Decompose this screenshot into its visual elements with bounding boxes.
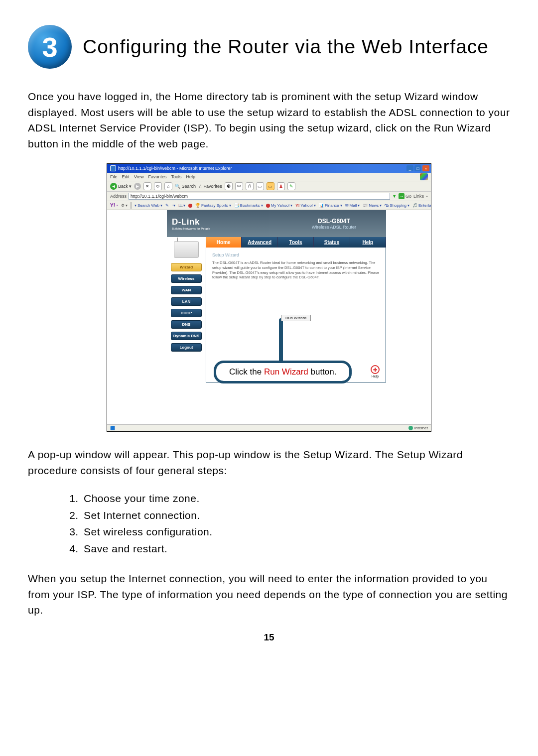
go-button[interactable]: →Go bbox=[399, 193, 411, 199]
ie-menubar: File Edit View Favorites Tools Help bbox=[107, 173, 431, 181]
step-2: Set Internet connection. bbox=[82, 507, 510, 524]
page-number: 15 bbox=[28, 632, 510, 643]
yahoo-toolbar: Y! · ⚙ ▾ ▾ Search Web ▾ ✎ ▫▾ 📖▾ 🏆 Fantas… bbox=[107, 201, 431, 210]
tab-home[interactable]: Home bbox=[206, 237, 242, 248]
router-sidebar: Wizard Wireless WAN LAN DHCP DNS Dynamic… bbox=[167, 237, 206, 382]
search-button[interactable]: 🔍 Search bbox=[175, 184, 196, 189]
run-wizard-button[interactable]: Run Wizard bbox=[281, 315, 311, 321]
address-input[interactable]: http://10.1.1.1/cgi-bin/webcm bbox=[129, 193, 390, 200]
messenger-icon[interactable]: ♟ bbox=[277, 182, 285, 190]
window-title: http://10.1.1.1/cgi-bin/webcm - Microsof… bbox=[118, 166, 232, 171]
step-3: Set wireless configuration. bbox=[82, 523, 510, 540]
tab-tools[interactable]: Tools bbox=[278, 237, 314, 248]
router-header: D-Link Building Networks for People DSL-… bbox=[167, 210, 386, 237]
history-icon[interactable]: ❸ bbox=[225, 182, 233, 190]
yahoo-item-mail[interactable]: ✉ Mail ▾ bbox=[345, 203, 360, 208]
status-left: 🟦 bbox=[110, 426, 115, 430]
ie-address-bar: Address http://10.1.1.1/cgi-bin/webcm ▼ … bbox=[107, 192, 431, 201]
step-number-badge: 3 bbox=[28, 25, 72, 69]
print-icon[interactable]: ⎙ bbox=[246, 182, 254, 190]
menu-help[interactable]: Help bbox=[186, 174, 195, 179]
close-button[interactable]: × bbox=[422, 165, 429, 171]
menu-edit[interactable]: Edit bbox=[122, 174, 130, 179]
device-image-icon bbox=[174, 241, 199, 258]
wizard-description: The DSL-G604T is an ADSL Router ideal fo… bbox=[212, 260, 380, 280]
router-model: DSL-G604T Wireless ADSL Router bbox=[312, 218, 356, 230]
forward-button[interactable]: ► bbox=[134, 183, 141, 190]
dlink-logo: D-Link Building Networks for People bbox=[172, 217, 210, 230]
stop-icon[interactable]: ✕ bbox=[143, 182, 151, 190]
yahoo-pencil-icon[interactable]: ✎ bbox=[165, 203, 169, 208]
sidebar-item-logout[interactable]: Logout bbox=[171, 343, 202, 352]
back-button[interactable]: ◄Back ▾ bbox=[110, 183, 132, 190]
yahoo-item-bookmarks[interactable]: 📑 Bookmarks ▾ bbox=[234, 203, 263, 208]
yahoo-item-entertainment[interactable]: 🎵 Entertainment ▾ bbox=[412, 203, 431, 208]
sidebar-item-wireless[interactable]: Wireless bbox=[171, 274, 202, 283]
step-1: Choose your time zone. bbox=[82, 490, 510, 507]
router-tabs: Home Advanced Tools Status Help bbox=[206, 237, 386, 248]
tab-help[interactable]: Help bbox=[350, 237, 386, 248]
yahoo-search-button[interactable]: ▾ Search Web ▾ bbox=[134, 203, 162, 208]
yahoo-item-news[interactable]: 📰 News ▾ bbox=[363, 203, 382, 208]
refresh-icon[interactable]: ↻ bbox=[154, 182, 162, 190]
yahoo-item-shopping[interactable]: 🛍 Shopping ▾ bbox=[385, 203, 409, 208]
sidebar-item-lan[interactable]: LAN bbox=[171, 297, 202, 306]
home-icon[interactable]: ⌂ bbox=[164, 182, 172, 190]
intro-paragraph: Once you have logged in, the Home direct… bbox=[28, 89, 510, 151]
step-4: Save and restart. bbox=[82, 540, 510, 557]
ie-toolbar: ◄Back ▾ ► ✕ ↻ ⌂ 🔍 Search ☆ Favorites ❸ ✉… bbox=[107, 181, 431, 192]
yahoo-item-yahoo[interactable]: Y! Yahoo! ▾ bbox=[295, 203, 316, 208]
minimize-button[interactable]: _ bbox=[406, 165, 413, 171]
tab-status[interactable]: Status bbox=[314, 237, 350, 248]
ie-icon bbox=[110, 165, 116, 171]
yahoo-item-finance[interactable]: 📊 Finance ▾ bbox=[319, 203, 342, 208]
yahoo-item-fantasy[interactable]: 🏆 Fantasy Sports ▾ bbox=[195, 203, 231, 208]
section-heading: 3 Configuring the Router via the Web Int… bbox=[28, 25, 510, 69]
sidebar-item-wan[interactable]: WAN bbox=[171, 286, 202, 294]
yahoo-search-input[interactable] bbox=[131, 202, 132, 209]
closing-paragraph: When you setup the Internet connection, … bbox=[28, 571, 510, 618]
tab-advanced[interactable]: Advanced bbox=[242, 237, 277, 248]
callout-connector bbox=[279, 318, 283, 363]
sidebar-item-dhcp[interactable]: DHCP bbox=[171, 309, 202, 317]
menu-tools[interactable]: Tools bbox=[171, 174, 181, 179]
sidebar-item-dns[interactable]: DNS bbox=[171, 320, 202, 329]
help-link[interactable]: ✚ Help bbox=[371, 365, 380, 378]
mail-icon[interactable]: ✉ bbox=[235, 182, 243, 190]
callout-box: Click the Run Wizard button. bbox=[214, 361, 352, 383]
links-label[interactable]: Links bbox=[413, 194, 424, 199]
edit-icon[interactable]: ▭ bbox=[256, 182, 264, 190]
ie-titlebar: http://10.1.1.1/cgi-bin/webcm - Microsof… bbox=[107, 164, 431, 173]
heading-text: Configuring the Router via the Web Inter… bbox=[83, 35, 489, 59]
sidebar-item-dyndns[interactable]: Dynamic DNS bbox=[171, 332, 202, 340]
menu-favorites[interactable]: Favorites bbox=[148, 174, 166, 179]
browser-screenshot: http://10.1.1.1/cgi-bin/webcm - Microsof… bbox=[107, 163, 431, 432]
after-screenshot-paragraph: A pop-up window will appear. This pop-up… bbox=[28, 447, 510, 478]
ie-statusbar: 🟦 Internet bbox=[107, 424, 431, 431]
discuss-icon[interactable]: ▭ bbox=[267, 182, 274, 190]
yahoo-logo-icon[interactable]: Y! · bbox=[110, 203, 118, 208]
extra-icon[interactable]: ✎ bbox=[287, 182, 295, 190]
status-zone: Internet bbox=[408, 426, 428, 430]
menu-file[interactable]: File bbox=[110, 174, 118, 179]
favorites-button[interactable]: ☆ Favorites bbox=[198, 184, 222, 189]
yahoo-item-myyahoo[interactable]: My Yahoo! ▾ bbox=[266, 203, 293, 208]
wizard-title: Setup Wizard bbox=[212, 252, 380, 257]
wizard-steps-list: Choose your time zone. Set Internet conn… bbox=[28, 490, 510, 557]
address-label: Address bbox=[110, 194, 127, 199]
globe-icon bbox=[408, 426, 413, 430]
maximize-button[interactable]: □ bbox=[414, 165, 421, 171]
help-icon: ✚ bbox=[371, 365, 380, 374]
sidebar-item-wizard[interactable]: Wizard bbox=[171, 263, 202, 271]
windows-logo-icon bbox=[420, 173, 428, 180]
menu-view[interactable]: View bbox=[134, 174, 143, 179]
